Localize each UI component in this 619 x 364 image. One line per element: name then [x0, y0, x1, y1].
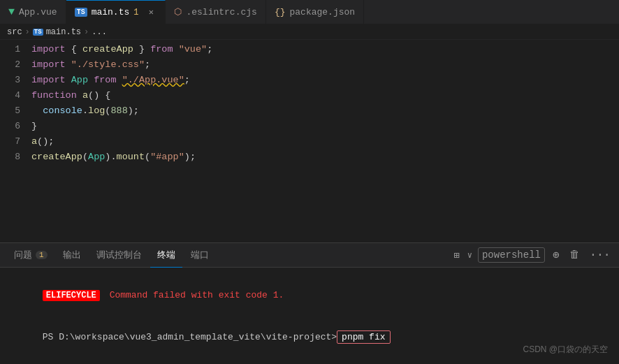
- ts-icon: TS: [75, 8, 87, 17]
- pnpm-command: pnpm fix: [337, 330, 390, 344]
- code-line-6: 6 }: [0, 121, 619, 136]
- vue-icon: ▼: [8, 6, 15, 18]
- code-editor[interactable]: 1 import { createApp } from "vue"; 2 imp…: [0, 40, 619, 242]
- tab-label: main.ts: [92, 7, 130, 17]
- panel-toolbar-right: ⊞ ∨ powershell ⊕ 🗑 ···: [451, 246, 612, 264]
- powershell-label: powershell: [482, 249, 541, 261]
- tab-main-ts[interactable]: TS main.ts 1 ✕: [66, 0, 166, 24]
- json-icon: {}: [275, 7, 286, 17]
- split-label: ∨: [467, 250, 472, 261]
- breadcrumb-file: main.ts: [46, 27, 81, 37]
- tab-output[interactable]: 输出: [56, 243, 88, 268]
- ts-breadcrumb-icon: TS: [33, 29, 43, 36]
- breadcrumb-ellipsis: ...: [92, 27, 107, 37]
- problems-badge: 1: [36, 251, 48, 259]
- tab-badge: 1: [133, 8, 138, 17]
- tab-close-btn[interactable]: ✕: [145, 7, 156, 18]
- tab-terminal-label: 终端: [157, 249, 175, 261]
- terminal-prompt-line-1: PS D:\workspace\vue3_admin_template_vite…: [10, 316, 609, 358]
- tab-bar: ▼ App.vue TS main.ts 1 ✕ ⬡ .eslintrc.cjs…: [0, 0, 619, 24]
- tab-ports[interactable]: 端口: [184, 243, 216, 268]
- code-line-2: 2 import "./style.css";: [0, 59, 619, 75]
- tab-debug-label: 调试控制台: [96, 249, 142, 261]
- tab-ports-label: 端口: [191, 249, 209, 261]
- eslint-icon: ⬡: [174, 6, 182, 17]
- breadcrumb-src: src: [7, 27, 22, 37]
- code-line-4: 4 function a() {: [0, 90, 619, 105]
- code-line-8: 8 createApp(App).mount("#app");: [0, 152, 619, 167]
- new-terminal-icon[interactable]: powershell: [478, 247, 545, 263]
- tab-label: .eslintrc.cjs: [186, 7, 256, 17]
- terminal-blank: [10, 358, 609, 364]
- tab-label: package.json: [289, 7, 355, 17]
- tab-output-label: 输出: [63, 249, 81, 261]
- terminal-prompt-1: PS D:\workspace\vue3_admin_template_vite…: [43, 332, 337, 342]
- add-terminal-icon[interactable]: ⊕: [551, 246, 562, 264]
- watermark: CSDN @口袋の的天空: [523, 344, 608, 356]
- panel-tab-bar: 问题 1 输出 调试控制台 终端 端口 ⊞ ∨ powershell ⊕ 🗑: [0, 243, 619, 268]
- more-actions-icon[interactable]: ···: [588, 246, 612, 264]
- tab-debug-console[interactable]: 调试控制台: [89, 243, 149, 268]
- tab-app-vue[interactable]: ▼ App.vue: [0, 0, 66, 24]
- code-line-3: 3 import App from "./App.vue";: [0, 75, 619, 90]
- terminal-error-line: ELIFECYCLE Command failed with exit code…: [10, 275, 609, 316]
- tab-terminal[interactable]: 终端: [150, 243, 182, 268]
- error-message: Command failed with exit code 1.: [104, 290, 284, 300]
- tab-eslintrc[interactable]: ⬡ .eslintrc.cjs: [166, 0, 265, 24]
- trash-icon[interactable]: 🗑: [567, 247, 582, 263]
- code-line-1: 1 import { createApp } from "vue";: [0, 44, 619, 59]
- breadcrumb: src › TS main.ts › ...: [0, 24, 619, 40]
- code-line-5: 5 console.log(888);: [0, 105, 619, 121]
- tab-package-json[interactable]: {} package.json: [266, 0, 364, 24]
- code-line-7: 7 a();: [0, 136, 619, 152]
- elifecycle-badge: ELIFECYCLE: [43, 290, 100, 301]
- split-layout-icon[interactable]: ⊞: [451, 247, 461, 263]
- tab-problems[interactable]: 问题 1: [7, 243, 54, 268]
- tab-label: App.vue: [19, 7, 57, 17]
- tab-problems-label: 问题: [14, 249, 32, 261]
